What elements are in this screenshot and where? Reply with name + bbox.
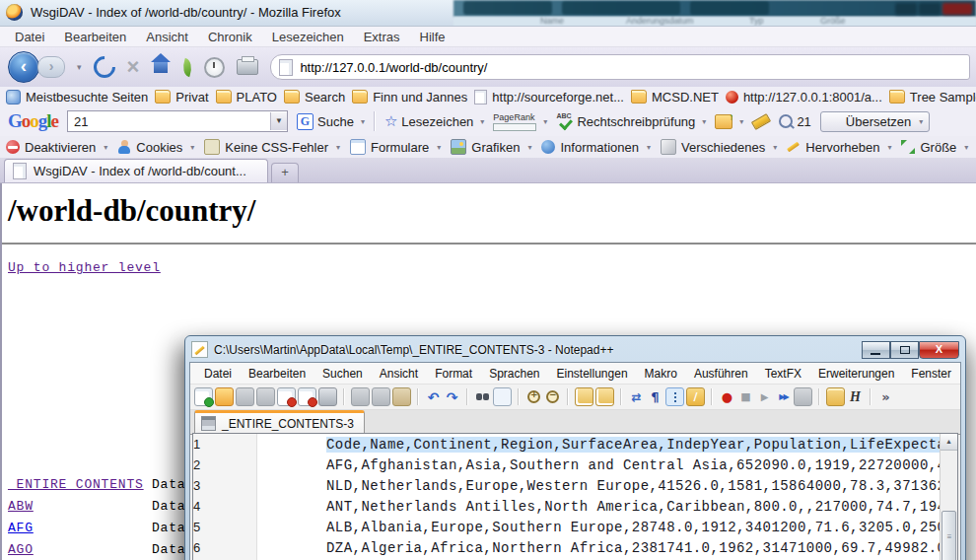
- stop-macro-icon[interactable]: [737, 388, 754, 405]
- notepad-menu-ausf-hren[interactable]: Ausführen: [686, 365, 756, 383]
- play-macro-icon[interactable]: [756, 388, 773, 405]
- zoom-out-icon[interactable]: [544, 388, 561, 405]
- history-icon[interactable]: [204, 57, 225, 78]
- menu-extras[interactable]: Extras: [355, 28, 409, 46]
- save-all-icon[interactable]: [256, 387, 275, 406]
- bookmark-privat[interactable]: Privat: [155, 90, 208, 105]
- webdev-keine-css-fehler[interactable]: Keine CSS-Fehler: [204, 139, 340, 155]
- webdev-cookies[interactable]: Cookies: [117, 140, 194, 155]
- code-line[interactable]: DZA,Algeria,Africa,Northern Africa,23817…: [257, 537, 940, 558]
- new-tab-button[interactable]: +: [271, 163, 299, 182]
- webdev-deaktivieren[interactable]: Deaktivieren: [6, 140, 107, 155]
- print-icon[interactable]: [318, 387, 337, 406]
- show-all-characters-icon[interactable]: [647, 388, 663, 405]
- bookmark-finn-und-jannes[interactable]: Finn und Jannes: [352, 90, 467, 105]
- indent-guide-icon[interactable]: [665, 387, 684, 406]
- code-line[interactable]: ANT,Netherlands Antilles,North America,C…: [257, 496, 940, 517]
- notepad-menu-?[interactable]: ?: [960, 365, 961, 383]
- zoom-in-icon[interactable]: [525, 388, 542, 405]
- listing-link-afg[interactable]: AFG: [8, 521, 34, 535]
- close-icon[interactable]: [277, 387, 296, 406]
- copy-icon[interactable]: [372, 387, 390, 406]
- feed-icon[interactable]: [180, 57, 195, 76]
- run-macro-multiple-icon[interactable]: [775, 388, 792, 405]
- notepad-menu-einstellungen[interactable]: Einstellungen: [549, 365, 636, 383]
- home-button[interactable]: [151, 61, 171, 77]
- notepad-menu-suchen[interactable]: Suchen: [314, 365, 371, 383]
- notepad-menu-fenster[interactable]: Fenster: [903, 365, 959, 383]
- address-bar[interactable]: http://127.0.0.1/world-db/country/: [270, 54, 970, 80]
- bookmark-http-sourceforge-net-[interactable]: http://sourceforge.net...: [474, 90, 624, 105]
- menu-chronik[interactable]: Chronik: [199, 28, 261, 46]
- close-button[interactable]: X: [919, 341, 959, 359]
- send-to-button[interactable]: [715, 114, 743, 129]
- bookmark-http-127-0-0-1-8001-a-[interactable]: http://127.0.0.1:8001/a...: [726, 90, 882, 105]
- bookmark-tree-samples[interactable]: Tree Samples: [889, 90, 976, 105]
- listing-link-_entire_contents[interactable]: _ENTIRE_CONTENTS: [8, 477, 144, 492]
- translate-button[interactable]: Übersetzen: [820, 111, 931, 132]
- undo-icon[interactable]: [425, 388, 442, 405]
- cut-icon[interactable]: [351, 387, 370, 406]
- tab-wsgidav[interactable]: WsgiDAV - Index of /world-db/count...: [4, 159, 268, 182]
- bookmark-mcsd-net[interactable]: MCSD.NET: [631, 90, 719, 105]
- notepad-editor[interactable]: 123456 Code,Name,Continent,Region,Surfac…: [192, 433, 958, 560]
- highlighter-button[interactable]: [752, 117, 770, 126]
- textfx-h-icon[interactable]: [847, 388, 864, 405]
- menu-lesezeichen[interactable]: Lesezeichen: [263, 28, 353, 46]
- stop-button[interactable]: ×: [127, 57, 140, 77]
- notepad-menu-makro[interactable]: Makro: [637, 365, 685, 383]
- google-search-value[interactable]: 21: [68, 114, 270, 129]
- overflow-icon[interactable]: [877, 388, 894, 405]
- menu-bearbeiten[interactable]: Bearbeiten: [55, 28, 135, 46]
- spellcheck-button[interactable]: ABC Rechtschreibprüfung: [556, 114, 706, 129]
- notepad-menu-textfx[interactable]: TextFX: [757, 365, 809, 383]
- notepad-menu-erweiterungen[interactable]: Erweiterungen: [810, 365, 902, 383]
- menu-hilfe[interactable]: Hilfe: [411, 28, 454, 46]
- find-icon[interactable]: [474, 388, 491, 405]
- webdev-hervorheben[interactable]: Hervorheben: [787, 140, 891, 155]
- code-line[interactable]: ALB,Albania,Europe,Southern Europe,28748…: [257, 517, 940, 537]
- notepad-menu-sprachen[interactable]: Sprachen: [481, 365, 547, 383]
- google-search-input[interactable]: 21 ▼: [67, 110, 288, 132]
- save-macro-icon[interactable]: [794, 387, 812, 406]
- webdev-verschiedenes[interactable]: Verschiedenes: [661, 139, 777, 155]
- code-line[interactable]: NLD,Netherlands,Europe,Western Europe,41…: [257, 475, 940, 496]
- close-all-icon[interactable]: [298, 387, 316, 406]
- back-button[interactable]: ‹: [8, 51, 39, 83]
- history-dropdown-icon[interactable]: ▾: [77, 62, 82, 72]
- pagerank-widget[interactable]: PageRank: [493, 112, 547, 131]
- webdev-gr-e[interactable]: Größe: [901, 140, 968, 155]
- record-macro-icon[interactable]: [719, 388, 735, 405]
- menu-datei[interactable]: Datei: [6, 28, 53, 46]
- scroll-up-icon[interactable]: ▲: [941, 434, 957, 451]
- notepad-scrollbar[interactable]: ▲ ≡: [940, 434, 957, 560]
- reload-button[interactable]: [89, 51, 119, 82]
- webdev-grafiken[interactable]: Grafiken: [451, 139, 531, 155]
- print-icon[interactable]: [237, 59, 258, 75]
- notepad-menu-bearbeiten[interactable]: Bearbeiten: [241, 365, 314, 383]
- webdev-formulare[interactable]: Formulare: [350, 139, 441, 155]
- listing-link-abw[interactable]: ABW: [8, 499, 34, 514]
- replace-icon[interactable]: [493, 387, 512, 406]
- notepad-tab[interactable]: _ENTIRE_CONTENTS-3: [194, 410, 365, 434]
- paste-icon[interactable]: [392, 387, 411, 406]
- minimize-button[interactable]: [862, 341, 890, 359]
- save-icon[interactable]: [236, 387, 254, 406]
- menu-ansicht[interactable]: Ansicht: [137, 28, 197, 46]
- google-search-button[interactable]: G Suche: [297, 113, 365, 130]
- url-text[interactable]: http://127.0.0.1/world-db/country/: [300, 60, 487, 75]
- bookmark-meistbesuchte-seiten[interactable]: Meistbesuchte Seiten: [6, 90, 148, 105]
- restore-button[interactable]: [890, 341, 919, 359]
- function-completion-icon[interactable]: [686, 387, 705, 406]
- scroll-thumb[interactable]: ≡: [941, 511, 956, 560]
- notepad-menu-ansicht[interactable]: Ansicht: [372, 365, 426, 383]
- sync-vertical-icon[interactable]: [575, 387, 593, 406]
- notepad-titlebar[interactable]: C:\Users\Martin\AppData\Local\Temp\_ENTI…: [191, 339, 959, 360]
- bookmark-plato[interactable]: PLATO: [216, 90, 277, 105]
- listing-link-ago[interactable]: AGO: [8, 542, 34, 557]
- new-file-icon[interactable]: [194, 387, 213, 406]
- sync-horizontal-icon[interactable]: [595, 387, 614, 406]
- code-line[interactable]: Code,Name,Continent,Region,SurfaceArea,I…: [257, 434, 940, 455]
- bookmark-search[interactable]: Search: [284, 90, 345, 105]
- word-wrap-icon[interactable]: [628, 388, 645, 405]
